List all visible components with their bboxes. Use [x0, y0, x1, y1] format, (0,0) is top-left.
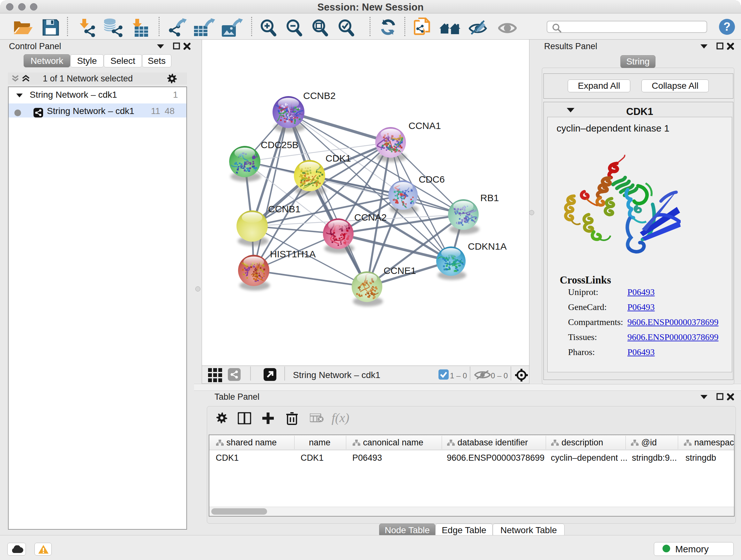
svg-text:HIST1H1A: HIST1H1A: [270, 249, 316, 259]
svg-text:CCNA2: CCNA2: [354, 212, 387, 223]
svg-text:CCNB2: CCNB2: [303, 90, 336, 101]
svg-text:?: ?: [724, 20, 731, 33]
svg-text:CDK1: CDK1: [326, 153, 351, 164]
svg-text:CDC6: CDC6: [419, 174, 445, 185]
svg-text:CDC25B: CDC25B: [261, 139, 298, 150]
svg-text:CCNB1: CCNB1: [268, 204, 300, 214]
svg-text:RB1: RB1: [480, 192, 499, 203]
svg-text:CCNE1: CCNE1: [384, 265, 416, 276]
svg-text:CCNA1: CCNA1: [408, 120, 441, 131]
svg-text:CDKN1A: CDKN1A: [468, 241, 507, 252]
